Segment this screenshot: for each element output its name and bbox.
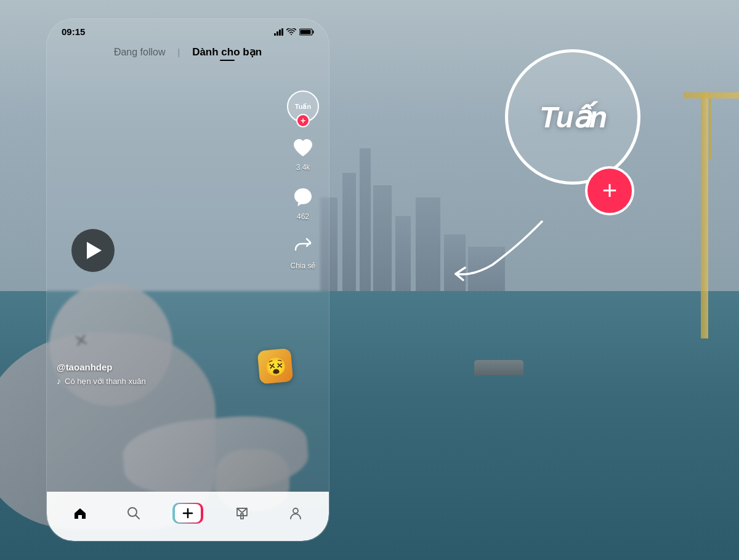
nav-add[interactable]: [161, 503, 215, 524]
video-area[interactable]: Tuấn + 3.4k 462: [47, 66, 329, 435]
follow-button[interactable]: +: [296, 114, 310, 127]
sticker-emoji: 😵: [257, 348, 294, 385]
music-title: Có hẹn với thanh xuân: [65, 377, 146, 386]
add-post-button[interactable]: [172, 503, 203, 524]
like-icon: [290, 135, 316, 161]
svg-line-4: [136, 516, 140, 519]
inbox-icon: [234, 505, 250, 521]
comment-icon: [290, 184, 316, 210]
crane-cable: [709, 98, 711, 160]
video-info: @taoanhdep ♪ Có hẹn với thanh xuân: [57, 362, 280, 386]
phone-frame: 09:15 Đang follow | Dành ch: [46, 18, 329, 542]
nav-home[interactable]: [53, 505, 107, 521]
creator-avatar[interactable]: Tuấn +: [287, 90, 319, 122]
comment-count: 462: [297, 212, 309, 221]
status-bar: 09:15: [47, 19, 329, 41]
svg-rect-1: [313, 30, 314, 33]
comment-button[interactable]: 462: [290, 184, 316, 221]
nav-inbox[interactable]: [215, 505, 269, 521]
share-label: Chia sẻ: [290, 262, 315, 270]
share-icon: [290, 233, 316, 259]
signal-icon: [274, 28, 283, 36]
nav-search[interactable]: [107, 505, 161, 521]
search-icon: [126, 505, 142, 521]
play-triangle-icon: [87, 242, 102, 259]
boat: [474, 360, 523, 375]
profile-icon: [288, 505, 304, 521]
svg-rect-2: [301, 30, 311, 34]
add-post-inner: [175, 504, 201, 522]
crane: [701, 92, 708, 338]
action-buttons: Tuấn + 3.4k 462: [287, 90, 319, 270]
like-count: 3.4k: [296, 163, 310, 172]
nav-profile[interactable]: [269, 505, 323, 521]
wifi-icon: [286, 28, 296, 36]
tab-for-you[interactable]: Dành cho bạn: [192, 46, 262, 58]
crane-arm: [684, 92, 739, 98]
music-note-icon: ♪: [57, 376, 61, 386]
tab-following[interactable]: Đang follow: [114, 47, 166, 58]
home-icon: [72, 505, 88, 521]
svg-rect-7: [241, 514, 243, 519]
feed-nav-tabs: Đang follow | Dành cho bạn: [47, 41, 329, 66]
battery-icon: [299, 28, 314, 36]
tab-divider: |: [178, 47, 180, 57]
share-button[interactable]: Chia sẻ: [290, 233, 316, 270]
avatar-label: Tuấn: [295, 103, 311, 110]
clock: 09:15: [62, 26, 85, 37]
status-icons: [274, 28, 314, 36]
like-button[interactable]: 3.4k: [290, 135, 316, 172]
svg-point-8: [293, 508, 298, 513]
username: @taoanhdep: [57, 362, 280, 372]
play-button[interactable]: [71, 229, 115, 272]
music-row: ♪ Có hẹn với thanh xuân: [57, 376, 280, 386]
bottom-navigation: [47, 492, 329, 541]
